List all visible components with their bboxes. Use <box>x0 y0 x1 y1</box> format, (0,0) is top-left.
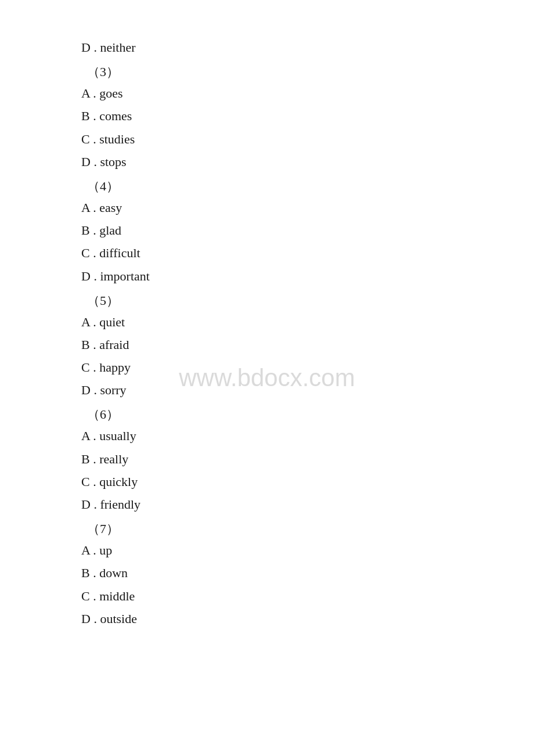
option-4d: D . important <box>81 266 488 286</box>
option-3a: A . goes <box>81 83 488 103</box>
question-group-3: （3） A . goes B . comes C . studies D . s… <box>81 63 488 172</box>
question-group-6: （6） A . usually B . really C . quickly D… <box>81 406 488 514</box>
option-5b: B . afraid <box>81 334 488 355</box>
question-number-5: （5） <box>87 292 488 309</box>
option-7a: A . up <box>81 540 488 560</box>
option-6b: B . really <box>81 449 488 469</box>
page-content: www.bdocx.com D . neither （3） A . goes B… <box>0 0 534 667</box>
option-6d: D . friendly <box>81 494 488 514</box>
question-number-6: （6） <box>87 406 488 423</box>
option-6c: C . quickly <box>81 471 488 492</box>
option-4a: A . easy <box>81 197 488 218</box>
question-number-4: （4） <box>87 178 488 195</box>
question-group-4: （4） A . easy B . glad C . difficult D . … <box>81 178 488 286</box>
question-group-7: （7） A . up B . down C . middle D . outsi… <box>81 520 488 629</box>
option-7b: B . down <box>81 563 488 583</box>
option-3d: D . stops <box>81 152 488 172</box>
option-5d: D . sorry <box>81 380 488 400</box>
option-6a: A . usually <box>81 426 488 446</box>
question-group-5: （5） A . quiet B . afraid C . happy D . s… <box>81 292 488 401</box>
question-number-3: （3） <box>87 63 488 81</box>
option-5c: C . happy <box>81 357 488 377</box>
option-4b: B . glad <box>81 220 488 240</box>
option-5a: A . quiet <box>81 312 488 332</box>
option-3c: C . studies <box>81 129 488 149</box>
question-number-7: （7） <box>87 520 488 538</box>
option-4c: C . difficult <box>81 243 488 263</box>
option-7c: C . middle <box>81 586 488 606</box>
option-d-neither: D . neither <box>81 37 488 57</box>
option-7d: D . outside <box>81 609 488 629</box>
option-3b: B . comes <box>81 106 488 126</box>
